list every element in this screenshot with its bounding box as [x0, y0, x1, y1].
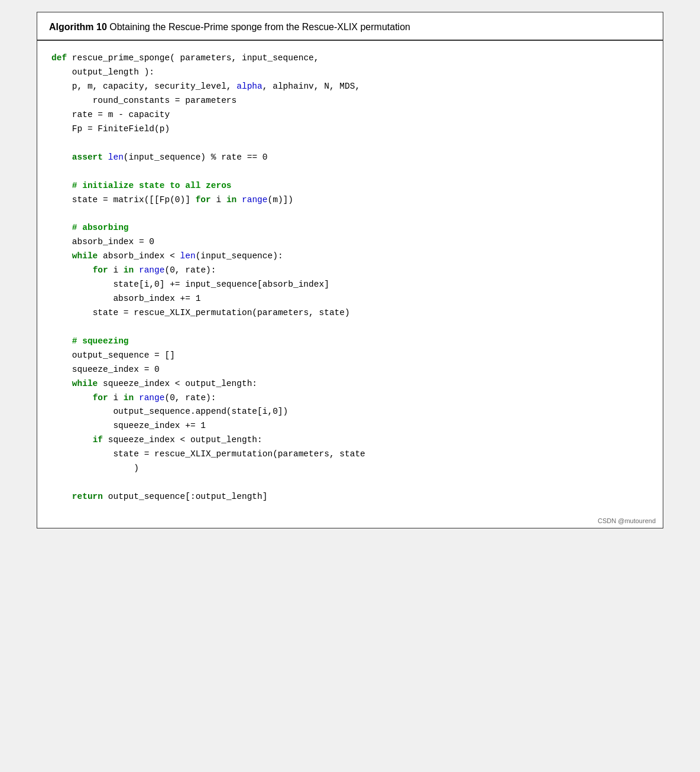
code-line-24b: squeeze_index < output_length: [103, 435, 262, 445]
code-block: def rescue_prime_sponge( parameters, inp… [37, 41, 663, 515]
kw-assert: assert [72, 153, 103, 162]
code-line-18: output_sequence = [] [72, 351, 175, 360]
code-line-9b: i [211, 195, 226, 205]
code-line-12c: (input_sequence): [196, 251, 283, 261]
kw-in-1: in [226, 195, 236, 205]
kw-def-1: def [51, 53, 67, 63]
builtin-range-1: range [242, 195, 268, 205]
kw-for-1: for [196, 195, 211, 205]
kw-for-3: for [93, 393, 108, 403]
code-line-9c: (m)]) [268, 195, 294, 205]
kw-in-3: in [124, 393, 134, 403]
code-line-13b: i [108, 265, 124, 275]
algorithm-title-text: Obtaining the Rescue-Prime sponge from t… [109, 22, 410, 32]
kw-if-1: if [93, 435, 103, 445]
kw-return: return [72, 492, 103, 501]
code-line-11: absorb_index = 0 [72, 237, 154, 246]
kw-while-1: while [72, 251, 98, 261]
builtin-len-1: len [108, 153, 124, 162]
code-line-27b: output_sequence[:output_length] [103, 492, 267, 501]
watermark: CSDN @mutourend [598, 517, 656, 524]
code-line-7b: (input_sequence) % rate == 0 [124, 153, 268, 162]
code-line-6: Fp = FiniteField(p) [72, 124, 170, 134]
kw-while-2: while [72, 379, 98, 388]
code-line-13c: (0, rate): [164, 265, 216, 275]
code-line-2: output_length ): [72, 67, 154, 77]
comment-3: # squeezing [72, 336, 129, 346]
builtin-len-2: len [180, 251, 196, 261]
func-name: rescue_prime_sponge( parameters, input_s… [72, 53, 319, 63]
comment-1: # initialize state to all zeros [72, 181, 232, 190]
code-line-23: squeeze_index += 1 [113, 421, 206, 430]
code-line-9: state = matrix([[Fp(0)] [72, 195, 196, 205]
code-line-15: absorb_index += 1 [113, 294, 200, 303]
kw-in-2: in [124, 265, 134, 275]
code-line-14: state[i,0] += input_sequence[absorb_inde… [113, 280, 329, 289]
builtin-range-3: range [139, 393, 165, 403]
algorithm-title: Algorithm 10 Obtaining the Rescue-Prime … [49, 21, 651, 34]
code-line-22: output_sequence.append(state[i,0]) [113, 407, 288, 416]
code-line-4: round_constants = parameters [93, 96, 237, 105]
code-alpha: alpha [236, 82, 262, 91]
code-line-19: squeeze_index = 0 [72, 365, 160, 374]
code-line-16: state = rescue_XLIX_permutation(paramete… [93, 308, 350, 317]
code-line-3b: , alphainv, N, MDS, [262, 82, 360, 91]
code-line-25: state = rescue_XLIX_permutation(paramete… [113, 449, 365, 459]
comment-2: # absorbing [72, 223, 129, 232]
code-line-25b: ) [134, 463, 139, 473]
algorithm-box: Algorithm 10 Obtaining the Rescue-Prime … [37, 12, 663, 528]
code-line-5: rate = m - capacity [72, 110, 170, 119]
code-line-20b: squeeze_index < output_length: [98, 379, 257, 388]
footer: CSDN @mutourend [37, 515, 663, 528]
code-line-21c: (0, rate): [164, 393, 216, 403]
code-line-3: p, m, capacity, security_level, [72, 82, 236, 91]
builtin-range-2: range [139, 265, 165, 275]
code-line-12b: absorb_index < [103, 251, 180, 261]
algorithm-header: Algorithm 10 Obtaining the Rescue-Prime … [37, 12, 663, 41]
kw-for-2: for [93, 265, 108, 275]
code-line-21b: i [108, 393, 124, 403]
algorithm-label: Algorithm 10 [49, 22, 107, 32]
